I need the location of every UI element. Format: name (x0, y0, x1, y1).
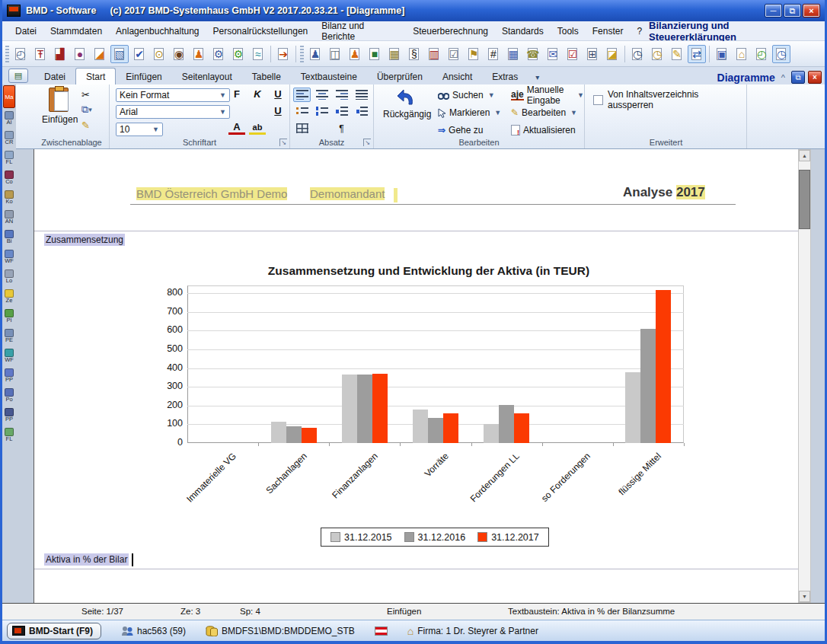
vertical-scrollbar[interactable]: ▲ ▼ (798, 149, 811, 603)
coin-doc-icon[interactable]: ⊙ (150, 45, 168, 63)
scrollbar-thumb[interactable] (799, 170, 810, 229)
tab-datei[interactable]: Datei (34, 69, 75, 84)
diagram-icon[interactable]: ▧ (110, 45, 129, 63)
sidebar-tab-lo[interactable]: Lo (2, 269, 16, 284)
increase-indent-button[interactable] (353, 104, 370, 119)
sidebar-tab-pe[interactable]: PE (2, 329, 16, 343)
toc-lock-checkbox[interactable] (593, 95, 603, 105)
section-label-bottom[interactable]: Aktiva in % der Bilar (44, 553, 129, 566)
tab-überprüfen[interactable]: Überprüfen (367, 69, 433, 84)
tab-einfügen[interactable]: Einfügen (116, 69, 171, 84)
sidebar-tab-po[interactable]: Po (2, 388, 16, 403)
sidebar-tab-pi[interactable]: PI (2, 309, 16, 324)
format-painter-button[interactable]: ✎ (81, 118, 104, 132)
section-label-top[interactable]: Zusammensetzung (44, 234, 125, 246)
sidebar-tab-ai[interactable]: AI (2, 111, 16, 126)
scroll-down-icon[interactable]: ▼ (799, 591, 810, 602)
menu-?[interactable]: ? (630, 23, 649, 40)
number-tree-icon[interactable]: # (484, 45, 503, 63)
paste-button[interactable]: Einfügen (42, 88, 75, 132)
undo-button[interactable]: Rückgängig (383, 88, 430, 120)
font-size-select[interactable]: 10▼ (116, 123, 163, 136)
close-button[interactable]: × (803, 4, 820, 18)
menu-stammdaten[interactable]: Stammdaten (43, 23, 109, 40)
home-key-icon[interactable]: ⌂ (733, 45, 751, 63)
doc-clock-icon[interactable]: ◷ (648, 45, 666, 63)
sidebar-tab-ko[interactable]: Ko (2, 190, 16, 205)
sidebar-tab-an[interactable]: AN (2, 210, 16, 225)
font-dialog-launcher-icon[interactable]: ↘ (279, 139, 287, 146)
menu-tools[interactable]: Tools (551, 23, 586, 40)
italic-button[interactable]: K (249, 88, 266, 101)
sync-columns-icon[interactable]: ⇄ (688, 45, 706, 63)
tab-textbausteine[interactable]: Textbausteine (291, 69, 367, 84)
check-doc-icon[interactable]: ✔ (130, 45, 148, 63)
sidebar-tab-cr[interactable]: CR (2, 131, 16, 145)
jump-arrow-icon[interactable]: ➔ (274, 45, 292, 63)
goto-button[interactable]: ⇒ Gehe zu (438, 123, 483, 137)
ball-doc-icon[interactable]: ◉ (170, 45, 188, 63)
calendar-icon[interactable]: ▦ (504, 45, 522, 63)
person-doc-icon[interactable]: ♟ (190, 45, 208, 63)
mail-icon[interactable]: ✉ (544, 45, 562, 63)
person-tree-icon[interactable]: ♟ (306, 45, 324, 63)
save-tree-icon[interactable]: ◫ (326, 45, 344, 63)
style-select[interactable]: Kein Format▼ (116, 88, 230, 102)
table-button[interactable] (293, 121, 311, 135)
note-tree-icon[interactable]: ☑ (445, 45, 463, 63)
font-select[interactable]: Arial▼ (116, 105, 230, 119)
font-color-button[interactable]: A (228, 122, 245, 135)
underline-button[interactable]: U (270, 88, 286, 101)
clock-doc-icon[interactable]: ◷ (772, 45, 790, 63)
taskbar-database[interactable]: BMDFS1\BMD:BMDDEMO_STB (206, 626, 355, 636)
client-name-field[interactable]: BMD Österreich GmbH Demo (136, 187, 287, 200)
sidebar-tab-fl[interactable]: FL (2, 428, 16, 442)
lock-folder-icon[interactable]: ◪ (603, 45, 621, 63)
menu-anlagenbuchhaltung[interactable]: Anlagenbuchhaltung (109, 23, 206, 40)
manual-entry-button[interactable]: aje Manuelle Eingabe▼ (511, 88, 584, 102)
align-center-button[interactable] (313, 88, 330, 102)
edit-note-icon[interactable]: ✎ (668, 45, 686, 63)
green-gear-icon[interactable]: ⚙ (229, 45, 247, 63)
text-template-icon[interactable]: Ŧ (31, 45, 49, 63)
search-button[interactable]: Suchen▼ (438, 88, 495, 102)
menu-fenster[interactable]: Fenster (586, 23, 631, 40)
gear-doc-icon[interactable]: ⚙ (209, 45, 228, 63)
menu-steuerberechnung[interactable]: Steuerberechnung (406, 23, 495, 40)
sidebar-tab-co[interactable]: Co (2, 171, 16, 185)
cut-button[interactable]: ✂ (81, 88, 104, 101)
pilcrow-button[interactable]: ¶ (333, 121, 350, 135)
minimize-button[interactable]: ─ (765, 4, 782, 18)
taskbar-firm[interactable]: ⌂ Firma: 1 Dr. Steyrer & Partner (407, 625, 538, 637)
copy-button[interactable]: ⧉▾ (81, 103, 104, 116)
sidebar-tab-fl[interactable]: FL (2, 151, 16, 165)
analysis-year-field[interactable]: 2017 (676, 185, 705, 199)
sphere-doc-icon[interactable]: ● (71, 45, 89, 63)
list-clock-icon[interactable]: ◴ (752, 45, 771, 63)
tab-seitenlayout[interactable]: Seitenlayout (172, 69, 242, 84)
decrease-indent-button[interactable] (333, 104, 350, 119)
collapse-ribbon-icon[interactable]: ^ (778, 73, 788, 82)
taskbar-user[interactable]: hac563 (59) (121, 626, 186, 636)
file-menu-icon[interactable]: ▤ (8, 69, 28, 83)
scroll-up-icon[interactable]: ▲ (799, 150, 810, 161)
tab-ansicht[interactable]: Ansicht (433, 69, 482, 84)
toolbar-options-icon[interactable]: ▾ (528, 70, 547, 84)
cube-tree-icon[interactable]: ■ (366, 45, 384, 63)
user-tree-icon[interactable]: ♟ (346, 45, 364, 63)
align-right-button[interactable] (333, 88, 350, 102)
align-left-button[interactable] (293, 88, 311, 102)
chart-report-icon[interactable]: ▟ (51, 45, 69, 63)
schedule-report-icon[interactable]: ◴ (11, 45, 30, 63)
tab-start[interactable]: Start (75, 68, 116, 84)
book-tree-icon[interactable]: ▥ (425, 45, 443, 63)
bullet-list-button[interactable] (293, 104, 311, 119)
highlight-button[interactable]: ab (249, 122, 266, 135)
sidebar-tab-ze[interactable]: Ze (2, 289, 16, 304)
menu-standards[interactable]: Standards (495, 23, 551, 40)
tasks-icon[interactable]: ☑ (564, 45, 582, 63)
tag-tree-icon[interactable]: ⚑ (465, 45, 483, 63)
paragraph-tree-icon[interactable]: § (405, 45, 423, 63)
edit-button[interactable]: ✎ Bearbeiten▼ (511, 106, 577, 120)
sidebar-tab-pp[interactable]: PP (2, 408, 16, 422)
